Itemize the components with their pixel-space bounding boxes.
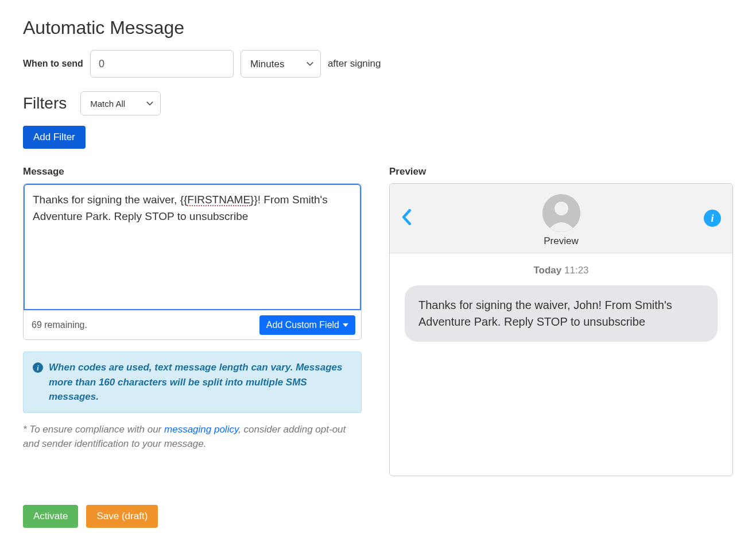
- activate-button[interactable]: Activate: [23, 505, 78, 528]
- avatar: [542, 194, 580, 232]
- after-signing-label: after signing: [328, 58, 381, 69]
- when-to-send-label: When to send: [23, 59, 83, 69]
- message-box: Thanks for signing the waiver, {{FIRSTNA…: [23, 183, 362, 340]
- preview-box: Preview i Today 11:23 Thanks for signing…: [389, 183, 733, 476]
- action-row: Activate Save (draft): [23, 505, 733, 528]
- message-bubble: Thanks for signing the waiver, John! Fro…: [405, 285, 718, 342]
- add-custom-field-button[interactable]: Add Custom Field: [259, 315, 355, 335]
- save-draft-button[interactable]: Save (draft): [86, 505, 158, 528]
- filters-row: Filters Match All: [23, 91, 733, 115]
- page-title: Automatic Message: [23, 17, 733, 38]
- preview-contact-name: Preview: [401, 235, 721, 247]
- svg-text:i: i: [37, 364, 39, 372]
- back-icon[interactable]: [401, 209, 413, 227]
- delay-unit-select[interactable]: Minutes: [241, 50, 321, 78]
- message-label: Message: [23, 166, 362, 177]
- info-icon: i: [33, 362, 43, 404]
- filters-heading: Filters: [23, 94, 67, 113]
- info-text: When codes are used, text message length…: [49, 360, 352, 404]
- messaging-policy-link[interactable]: messaging policy: [164, 424, 238, 435]
- info-panel: i When codes are used, text message leng…: [23, 352, 362, 413]
- when-to-send-row: When to send Minutes after signing: [23, 50, 733, 78]
- chars-remaining: 69 remaining.: [32, 320, 87, 330]
- info-icon[interactable]: i: [704, 210, 721, 227]
- compliance-note: * To ensure compliance with our messagin…: [23, 422, 362, 451]
- add-filter-button[interactable]: Add Filter: [23, 126, 86, 149]
- preview-timestamp: Today 11:23: [405, 265, 718, 276]
- message-textarea[interactable]: Thanks for signing the waiver, {{FIRSTNA…: [24, 184, 361, 310]
- svg-point-3: [555, 202, 568, 215]
- preview-header: Preview i: [390, 184, 732, 253]
- preview-label: Preview: [389, 166, 733, 177]
- delay-value-input[interactable]: [90, 50, 234, 78]
- caret-down-icon: [343, 323, 348, 327]
- filters-match-select[interactable]: Match All: [80, 91, 161, 115]
